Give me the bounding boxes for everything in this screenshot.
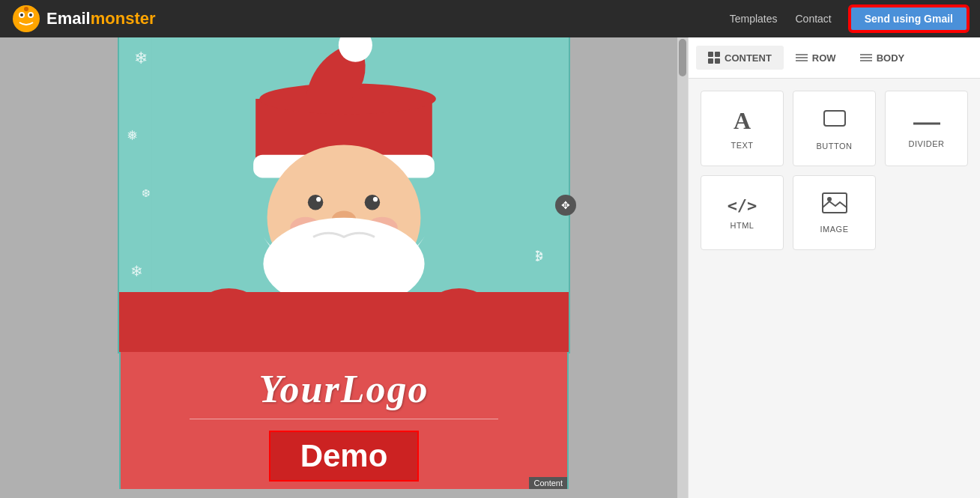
tab-row-label: ROW <box>812 52 836 64</box>
right-panel: CONTENT ROW BODY <box>688 37 980 498</box>
body-tab-icon <box>860 54 872 61</box>
content-tab-icon <box>708 52 720 64</box>
svg-point-15 <box>316 197 321 201</box>
contact-link[interactable]: Contact <box>796 13 832 25</box>
santa-body-red <box>119 292 569 352</box>
templates-link[interactable]: Templates <box>730 13 778 25</box>
tab-row[interactable]: ROW <box>784 46 848 70</box>
content-item-html[interactable]: </> HTML <box>701 175 784 250</box>
button-label: BUTTON <box>816 142 852 151</box>
svg-point-5 <box>24 7 28 11</box>
content-item-button[interactable]: BUTTON <box>793 91 876 166</box>
scrollbar[interactable] <box>677 37 688 498</box>
canvas-outer: ❄ ❅ ❆ ❄ ❅ ❆ ❄ ❅ ❆ ❄ ❅ ❆ ❄ ❅ <box>0 37 688 498</box>
html-label: HTML <box>731 221 754 230</box>
canvas-inner: ❄ ❅ ❆ ❄ ❅ ❆ ❄ ❅ ❆ ❄ ❅ ❆ ❄ ❅ <box>119 37 569 489</box>
content-item-text[interactable]: A TEXT <box>701 91 784 166</box>
content-item-divider[interactable]: DIVIDER <box>885 91 968 166</box>
svg-rect-29 <box>823 193 847 213</box>
content-item-image[interactable]: IMAGE <box>793 175 876 250</box>
svg-point-4 <box>29 13 32 16</box>
main-layout: ❄ ❅ ❆ ❄ ❅ ❆ ❄ ❅ ❆ ❄ ❅ ❆ ❄ ❅ <box>0 37 980 498</box>
svg-rect-27 <box>824 111 845 126</box>
content-items-grid: A TEXT BUTTON DIVIDER <box>689 79 980 262</box>
logo-area: Emailmonster <box>12 4 156 33</box>
logo-text: Emailmonster <box>46 9 156 28</box>
svg-point-13 <box>308 195 323 210</box>
image-icon <box>822 192 847 219</box>
tab-content-label: CONTENT <box>725 52 772 64</box>
tab-body-label: BODY <box>877 52 905 64</box>
tab-content[interactable]: CONTENT <box>696 46 784 70</box>
divider-line <box>190 419 499 419</box>
divider-label: DIVIDER <box>908 139 944 148</box>
scroll-thumb[interactable] <box>679 39 686 76</box>
content-badge: Content <box>529 477 567 489</box>
logo-placeholder-text: YourLogo <box>151 367 537 411</box>
canvas-area: ❄ ❅ ❆ ❄ ❅ ❆ ❄ ❅ ❆ ❄ ❅ ❆ ❄ ❅ <box>0 37 688 498</box>
text-label: TEXT <box>731 141 753 150</box>
panel-tabs: CONTENT ROW BODY <box>689 37 980 79</box>
image-label: IMAGE <box>820 225 849 234</box>
divider-icon <box>913 109 940 133</box>
logo-section[interactable]: Content YourLogo Demo <box>119 352 569 489</box>
button-icon <box>823 106 847 136</box>
demo-button[interactable]: Demo <box>269 431 420 482</box>
santa-section[interactable]: ❄ ❅ ❆ ❄ ❅ ❆ ❄ ❅ ❆ ❄ ❅ ❆ ❄ ❅ <box>119 37 569 352</box>
send-gmail-button[interactable]: Send using Gmail <box>850 6 968 31</box>
logo-icon <box>12 4 40 33</box>
svg-point-3 <box>20 13 23 16</box>
tab-body[interactable]: BODY <box>848 46 917 70</box>
header: Emailmonster Templates Contact Send usin… <box>0 0 980 37</box>
text-icon: A <box>734 107 751 135</box>
row-tab-icon <box>796 54 808 61</box>
demo-label: Demo <box>300 438 388 473</box>
move-handle[interactable]: ✥ <box>555 195 576 216</box>
html-icon: </> <box>728 196 757 215</box>
svg-point-16 <box>373 197 378 201</box>
nav-links: Templates Contact Send using Gmail <box>730 6 968 31</box>
svg-point-14 <box>365 195 380 210</box>
